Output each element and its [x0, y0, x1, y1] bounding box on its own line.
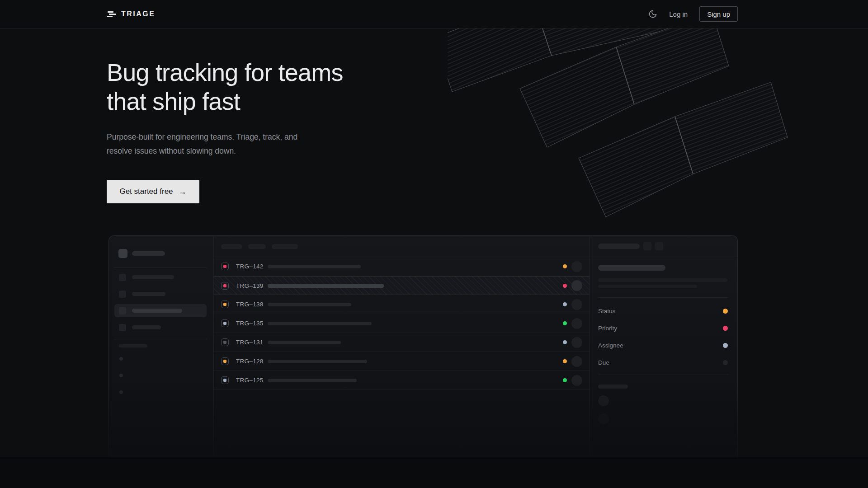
assignee-avatar: [571, 261, 582, 272]
issue-detail-panel: Status Priority Assignee Due: [590, 236, 737, 458]
arrow-right-icon: →: [179, 187, 187, 197]
issue-row[interactable]: TRG–135: [214, 314, 590, 333]
sidebar-item-1[interactable]: [114, 271, 207, 284]
hero-title: Bug tracking for teams that ship fast: [107, 58, 343, 116]
field-row-due[interactable]: Due: [598, 354, 728, 371]
issue-row[interactable]: TRG–131: [214, 333, 590, 352]
login-link[interactable]: Log in: [669, 10, 688, 18]
sidebar-divider: [114, 267, 207, 268]
navbar: TRIAGE Log in Sign up: [0, 0, 868, 28]
status-dot: [563, 284, 567, 288]
due-value-dot: [723, 360, 728, 365]
field-row-priority[interactable]: Priority: [598, 319, 728, 337]
issue-type-icon: [221, 319, 229, 327]
issue-title-skeleton: [268, 379, 357, 382]
wireframe-decoration: [448, 28, 805, 223]
issue-title-skeleton: [268, 322, 372, 325]
issue-title-skeleton: [268, 341, 341, 344]
workspace-switcher[interactable]: [118, 249, 165, 258]
issue-type-icon: [221, 357, 229, 365]
sidebar-item-icon: [119, 274, 126, 281]
field-row-status[interactable]: Status: [598, 302, 728, 319]
status-dot: [563, 302, 567, 306]
comment-avatar: [598, 395, 609, 406]
issue-id: TRG–139: [236, 282, 264, 289]
workspace-name-skeleton: [132, 251, 165, 256]
issue-row[interactable]: TRG–138: [214, 295, 590, 314]
assignee-avatar: [571, 356, 582, 367]
workspace-avatar: [118, 249, 127, 258]
sidebar-item-label-skeleton: [132, 292, 165, 296]
field-row-assignee[interactable]: Assignee: [598, 337, 728, 354]
brand-logo[interactable]: TRIAGE: [107, 10, 155, 18]
issue-title-skeleton: [268, 265, 361, 268]
hero-subtitle: Purpose-built for engineering teams. Tri…: [107, 130, 297, 158]
hero-title-line2: that ship fast: [107, 87, 343, 116]
sidebar-divider: [114, 339, 207, 339]
issue-type-icon: [221, 263, 229, 270]
issue-title-skeleton: [268, 360, 367, 363]
issue-type-icon: [221, 376, 229, 384]
issue-id: TRG–138: [236, 301, 264, 308]
signup-button[interactable]: Sign up: [699, 6, 738, 22]
status-value-dot: [723, 309, 728, 314]
issue-type-icon: [221, 282, 229, 290]
sidebar-dot: [119, 374, 123, 377]
landing-page: TRIAGE Log in Sign up: [0, 0, 868, 488]
header-skeleton: [221, 244, 242, 249]
sidebar-item-4[interactable]: [114, 321, 207, 334]
issue-type-icon: [221, 300, 229, 308]
sidebar-dot: [119, 357, 123, 361]
issue-id: TRG–128: [236, 358, 264, 365]
sidebar-item-label-skeleton: [132, 309, 182, 313]
status-dot: [563, 321, 567, 325]
panel-header: [590, 236, 737, 257]
panel-title-skeleton: [598, 244, 640, 249]
assignee-avatar: [571, 318, 582, 329]
assignee-avatar: [571, 299, 582, 310]
issue-row[interactable]: TRG–142: [214, 257, 590, 276]
panel-action-button[interactable]: [643, 242, 651, 250]
issue-row-selected[interactable]: TRG–139: [214, 276, 590, 295]
issue-type-icon: [221, 338, 229, 346]
assignee-avatar: [571, 337, 582, 348]
theme-toggle-button[interactable]: [648, 9, 657, 19]
assignee-avatar: [571, 375, 582, 386]
issue-id: TRG–125: [236, 377, 264, 384]
issue-title-skeleton: [598, 265, 665, 271]
issue-id: TRG–131: [236, 339, 264, 346]
panel-action-button[interactable]: [655, 242, 663, 250]
issue-fields: Status Priority Assignee Due: [598, 302, 728, 371]
issue-row[interactable]: TRG–125: [214, 371, 590, 390]
header-skeleton: [248, 244, 266, 249]
sidebar-item-icon: [119, 291, 126, 298]
header-skeleton: [272, 244, 298, 249]
sidebar-section-skeleton: [119, 344, 147, 347]
status-dot: [563, 359, 567, 363]
sidebar-item-2[interactable]: [114, 287, 207, 300]
issue-row[interactable]: TRG–128: [214, 352, 590, 371]
cta-label: Get started free: [119, 187, 173, 196]
comments-label-skeleton: [598, 385, 628, 389]
issue-id: TRG–142: [236, 263, 264, 270]
status-dot: [563, 340, 567, 344]
issue-title-skeleton: [268, 284, 384, 288]
panel-divider: [598, 297, 728, 298]
get-started-button[interactable]: Get started free →: [107, 180, 199, 203]
sidebar-item-icon: [119, 324, 126, 331]
sidebar-item-label-skeleton: [132, 275, 174, 279]
issue-list-header: [214, 236, 590, 257]
status-dot: [563, 264, 567, 268]
sidebar-item-3-selected[interactable]: [114, 304, 207, 317]
assignee-value-dot: [723, 343, 728, 348]
issue-title-skeleton: [268, 303, 351, 306]
status-dot: [563, 378, 567, 382]
app-mockup-card: TRG–142 TRG–139 TRG–138 TR: [108, 235, 738, 458]
triage-logo-icon: [107, 11, 116, 17]
sidebar-item-icon: [119, 307, 126, 314]
priority-value-dot: [723, 326, 728, 331]
comment-avatar: [598, 413, 609, 424]
brand-name: TRIAGE: [121, 10, 155, 18]
footer: [0, 458, 868, 488]
sidebar-item-label-skeleton: [132, 325, 161, 329]
